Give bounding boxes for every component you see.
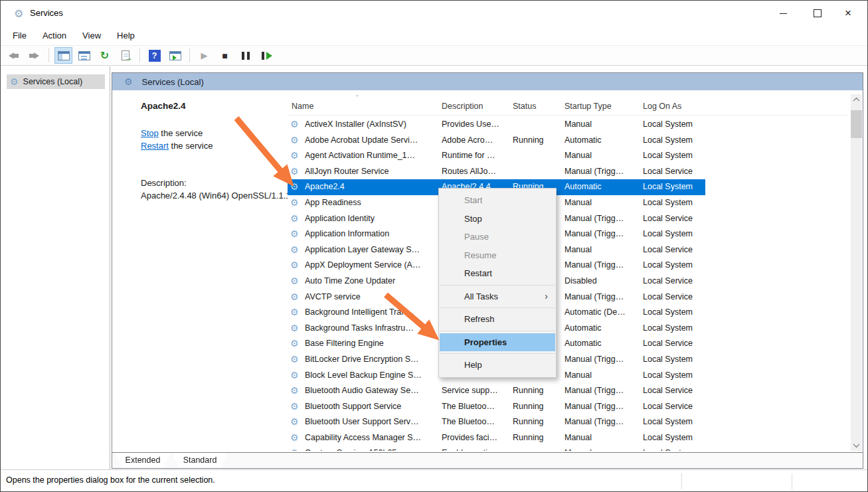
- help-button[interactable]: ?: [145, 47, 163, 64]
- service-gear-icon: ⚙: [290, 385, 299, 396]
- service-gear-icon: ⚙: [290, 197, 299, 208]
- back-button[interactable]: [5, 47, 23, 64]
- cell-log-on-as: Local System: [643, 260, 705, 270]
- restart-service-button[interactable]: [257, 47, 275, 64]
- tab-standard[interactable]: Standard: [172, 453, 228, 467]
- selected-service-name: Apache2.4: [141, 101, 186, 111]
- table-row[interactable]: ⚙Bluetooth User Support Serv…The Bluetoo…: [288, 414, 705, 430]
- stop-service-line: Stop the service: [141, 128, 203, 138]
- show-console-tree-button-icon: [58, 51, 70, 60]
- cell-log-on-as: Local System: [643, 417, 705, 426]
- cell-startup-type: Manual (Trigg…: [564, 214, 640, 223]
- vertical-scrollbar[interactable]: [851, 94, 862, 451]
- cell-startup-type: Manual: [564, 245, 640, 254]
- table-row[interactable]: ⚙Capability Access Manager S…Provides fa…: [288, 430, 705, 446]
- cell-status: Running: [513, 433, 563, 442]
- column-header-description[interactable]: Description: [442, 102, 483, 111]
- context-menu-item-help[interactable]: Help: [439, 356, 556, 374]
- cell-startup-type: Manual (Trigg…: [564, 417, 640, 426]
- scroll-up-arrow-icon[interactable]: [851, 94, 862, 106]
- table-row[interactable]: ⚙Agent Activation Runtime_1…Runtime for …: [288, 148, 705, 164]
- menu-file[interactable]: File: [5, 28, 35, 43]
- context-menu-item-all-tasks[interactable]: All Tasks›: [439, 287, 556, 306]
- tab-extended[interactable]: Extended: [115, 453, 171, 467]
- cell-startup-type: Manual: [564, 120, 640, 129]
- gear-icon: ⚙: [124, 76, 133, 87]
- cell-log-on-as: Local System: [643, 307, 705, 317]
- context-menu-item-refresh[interactable]: Refresh: [439, 310, 556, 329]
- list-header: ˆ NameDescriptionStatusStartup TypeLog O…: [288, 94, 848, 116]
- cell-log-on-as: Local Service: [643, 292, 705, 301]
- statusbar-divider: [681, 473, 682, 489]
- question-mark-icon: ?: [149, 50, 161, 62]
- service-gear-icon: ⚙: [290, 244, 299, 255]
- cell-log-on-as: Local System: [643, 182, 705, 191]
- cell-name: Capture Service_150b05…: [305, 448, 436, 451]
- menu-view[interactable]: View: [74, 28, 109, 43]
- column-header-status[interactable]: Status: [513, 102, 536, 111]
- service-gear-icon: ⚙: [290, 338, 299, 349]
- stop-service-suffix: the service: [159, 128, 203, 138]
- pause-service-button[interactable]: [236, 47, 254, 64]
- export-list-button[interactable]: →: [116, 47, 134, 64]
- service-gear-icon: ⚙: [290, 401, 299, 412]
- service-gear-icon: ⚙: [290, 181, 299, 192]
- context-menu-item-restart[interactable]: Restart: [439, 264, 556, 283]
- context-menu-separator: [440, 331, 555, 331]
- maximize-button[interactable]: [802, 1, 833, 26]
- table-row[interactable]: ⚙AllJoyn Router ServiceRoutes AllJo…Manu…: [288, 164, 705, 180]
- main-area: ⚙ Services (Local) ⚙ Services (Local) Ap…: [1, 66, 867, 469]
- table-row[interactable]: ⚙Capture Service_150b05…Enables opti…Man…: [288, 446, 705, 451]
- console-tree-panel: ⚙ Services (Local): [1, 66, 110, 469]
- service-gear-icon: ⚙: [290, 307, 299, 317]
- table-row[interactable]: ⚙Bluetooth Support ServiceThe Bluetoo…Ru…: [288, 399, 705, 415]
- properties-toolbar-button[interactable]: [75, 47, 93, 64]
- menu-help[interactable]: Help: [109, 28, 143, 43]
- stop-service-button[interactable]: ■: [216, 47, 234, 64]
- tree-item-services-local[interactable]: ⚙ Services (Local): [7, 74, 105, 89]
- scrollbar-thumb[interactable]: [851, 110, 862, 138]
- table-row[interactable]: ⚙ActiveX Installer (AxInstSV)Provides Us…: [288, 117, 705, 133]
- app-gear-icon: ⚙: [14, 7, 23, 20]
- cell-description: Adobe Acro…: [442, 135, 511, 145]
- description-text: Apache/2.4.48 (Win64) OpenSSL/1.1.1l: [141, 191, 288, 201]
- menu-action[interactable]: Action: [35, 28, 74, 43]
- cell-description: Enables opti…: [442, 448, 511, 451]
- show-console-tree-button[interactable]: [54, 47, 72, 64]
- cell-startup-type: Manual: [564, 433, 640, 442]
- scroll-down-arrow-icon[interactable]: [851, 440, 862, 451]
- forward-button[interactable]: [25, 47, 43, 64]
- cell-name: Application Information: [305, 229, 436, 238]
- column-header-startup-type[interactable]: Startup Type: [564, 102, 612, 111]
- refresh-button[interactable]: ↻: [96, 47, 114, 64]
- cell-log-on-as: Local System: [643, 198, 705, 207]
- context-menu-item-stop[interactable]: Stop: [439, 210, 556, 228]
- cell-name: App Readiness: [305, 198, 436, 207]
- cell-name: Background Intelligent Tran…: [305, 307, 436, 317]
- services-window: ⚙ Services × FileActionViewHelp ↻→?▶■ ⚙ …: [0, 0, 868, 492]
- table-row[interactable]: ⚙Bluetooth Audio Gateway Se…Service supp…: [288, 383, 705, 399]
- cell-log-on-as: Local Service: [643, 245, 705, 254]
- window-title: Services: [30, 8, 63, 18]
- cell-description: The Bluetoo…: [442, 402, 511, 411]
- service-gear-icon: ⚙: [290, 213, 299, 224]
- stop-service-link[interactable]: Stop: [141, 128, 159, 138]
- close-button[interactable]: ×: [833, 1, 863, 26]
- service-gear-icon: ⚙: [290, 276, 299, 286]
- cell-startup-type: Manual (Trigg…: [564, 229, 640, 238]
- context-menu-item-properties[interactable]: Properties: [440, 333, 555, 352]
- cell-name: Capability Access Manager S…: [305, 433, 436, 442]
- restart-service-link[interactable]: Restart: [141, 141, 169, 151]
- cell-name: Bluetooth User Support Serv…: [305, 417, 436, 426]
- minimize-button[interactable]: [768, 1, 798, 26]
- table-row[interactable]: ⚙Adobe Acrobat Update Servi…Adobe Acro…R…: [288, 133, 705, 149]
- cell-log-on-as: Local Service: [643, 167, 705, 176]
- start-service-button[interactable]: ▶: [195, 47, 213, 64]
- cell-status: Running: [513, 386, 563, 395]
- extended-view-button[interactable]: [166, 47, 184, 64]
- column-header-log-on-as[interactable]: Log On As: [643, 102, 681, 111]
- cell-log-on-as: Local System: [643, 433, 705, 442]
- submenu-arrow-icon: ›: [545, 287, 548, 306]
- column-header-name[interactable]: Name: [292, 102, 313, 111]
- restart-service-suffix: the service: [169, 141, 213, 151]
